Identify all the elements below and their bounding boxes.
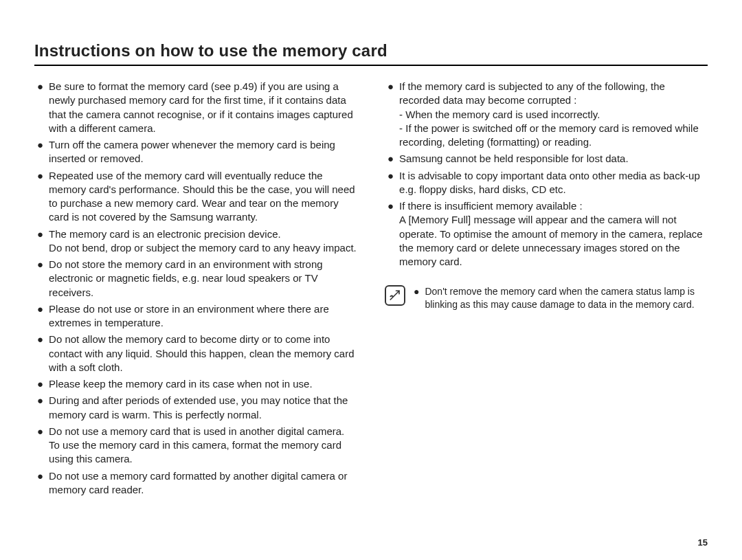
bullet-text: The memory card is an electronic precisi…	[49, 227, 357, 256]
page-title: Instructions on how to use the memory ca…	[34, 41, 708, 66]
list-item: ●Do not use a memory card that is used i…	[34, 425, 357, 467]
bullet-dot: ●	[34, 377, 49, 391]
list-item: ●Do not store the memory card in an envi…	[34, 258, 357, 300]
bullet-text: Turn off the camera power whenever the m…	[49, 138, 357, 166]
bullet-text: Samsung cannot be held responsible for l…	[399, 152, 708, 166]
list-item: ●Do not allow the memory card to become …	[34, 333, 357, 374]
bullet-text: Do not store the memory card in an envir…	[49, 258, 357, 300]
manual-page: Instructions on how to use the memory ca…	[0, 0, 742, 520]
bullet-dot: ●	[411, 285, 425, 311]
bullet-dot: ●	[34, 333, 49, 374]
bullet-text: Be sure to format the memory card (see p…	[49, 80, 357, 135]
list-item: ●Please do not use or store in an enviro…	[34, 302, 357, 331]
bullet-text: It is advisable to copy important data o…	[399, 169, 708, 197]
note-content: ● Don't remove the memory card when the …	[411, 285, 708, 314]
content-columns: ●Be sure to format the memory card (see …	[34, 80, 708, 500]
bullet-main: If the memory card is subjected to any o…	[399, 80, 665, 106]
bullet-dot: ●	[34, 227, 49, 256]
bullet-text: If the memory card is subjected to any o…	[399, 80, 708, 149]
list-item: ●Samsung cannot be held responsible for …	[385, 152, 708, 166]
sub-line: - If the power is switched off or the me…	[399, 122, 708, 150]
bullet-dot: ●	[385, 199, 399, 269]
page-number: 15	[698, 537, 708, 548]
list-item: ●During and after periods of extended us…	[34, 394, 357, 422]
bullet-dot: ●	[34, 138, 49, 166]
list-item: ●If there is insufficient memory availab…	[385, 199, 708, 269]
right-column: ● If the memory card is subjected to any…	[385, 80, 708, 500]
list-item: ●Repeated use of the memory card will ev…	[34, 169, 357, 225]
list-item: ● Don't remove the memory card when the …	[411, 285, 708, 311]
bullet-dot: ●	[385, 152, 399, 166]
note-icon	[385, 285, 405, 306]
bullet-dot: ●	[385, 169, 399, 197]
bullet-dot: ●	[34, 394, 49, 422]
list-item: ●It is advisable to copy important data …	[385, 169, 708, 197]
bullet-text: Do not allow the memory card to become d…	[49, 333, 357, 374]
bullet-dot: ●	[34, 302, 49, 331]
bullet-dot: ●	[385, 80, 399, 149]
bullet-text: Please do not use or store in an environ…	[49, 302, 357, 331]
list-item: ● If the memory card is subjected to any…	[385, 80, 708, 149]
list-item: ●Turn off the camera power whenever the …	[34, 138, 357, 166]
bullet-dot: ●	[34, 258, 49, 300]
bullet-text: Do not use a memory card formatted by an…	[49, 469, 357, 497]
left-column: ●Be sure to format the memory card (see …	[34, 80, 357, 500]
bullet-text: Repeated use of the memory card will eve…	[49, 169, 357, 225]
list-item: ●Please keep the memory card in its case…	[34, 377, 357, 391]
bullet-text: Don't remove the memory card when the ca…	[425, 285, 708, 311]
list-item: ●Do not use a memory card formatted by a…	[34, 469, 357, 497]
list-item: ●Be sure to format the memory card (see …	[34, 80, 357, 135]
bullet-dot: ●	[34, 169, 49, 225]
bullet-text: If there is insufficient memory availabl…	[399, 199, 708, 269]
bullet-text: Do not use a memory card that is used in…	[49, 425, 357, 467]
bullet-dot: ●	[34, 469, 49, 497]
bullet-text: Please keep the memory card in its case …	[49, 377, 357, 391]
list-item: ●The memory card is an electronic precis…	[34, 227, 357, 256]
bullet-dot: ●	[34, 425, 49, 467]
bullet-text: During and after periods of extended use…	[49, 394, 357, 422]
note-box: ● Don't remove the memory card when the …	[385, 285, 708, 314]
sub-line: - When the memory card is used incorrect…	[399, 108, 708, 122]
bullet-dot: ●	[34, 80, 49, 135]
